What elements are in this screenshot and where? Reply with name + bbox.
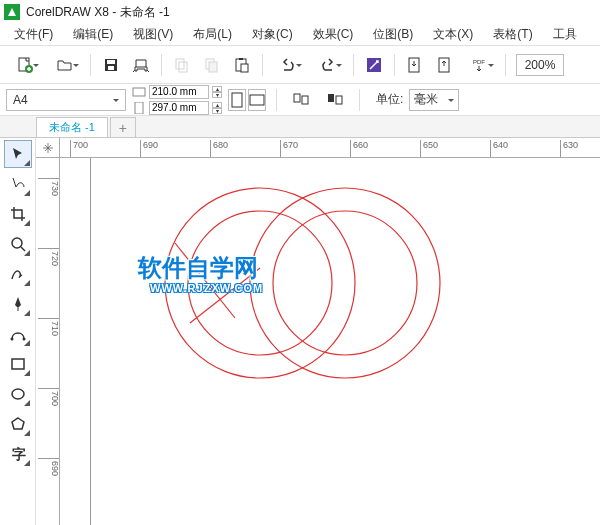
menu-bitmap[interactable]: 位图(B): [365, 24, 421, 45]
copy-button: [198, 51, 226, 79]
height-icon: [132, 102, 146, 114]
menu-object[interactable]: 对象(C): [244, 24, 301, 45]
menu-view[interactable]: 视图(V): [125, 24, 181, 45]
svg-rect-16: [133, 88, 145, 96]
new-button[interactable]: [6, 51, 44, 79]
ruler-vertical[interactable]: 730 720 710 700 690 680: [36, 158, 60, 525]
unit-select[interactable]: 毫米: [409, 89, 459, 111]
polygon-tool[interactable]: [4, 410, 32, 438]
page-dimensions: ▴▾ ▴▾: [132, 85, 222, 115]
svg-rect-21: [302, 96, 308, 104]
svg-point-28: [12, 389, 24, 399]
cut-button: [168, 51, 196, 79]
separator: [276, 89, 277, 111]
menu-file[interactable]: 文件(F): [6, 24, 61, 45]
print-button[interactable]: [127, 51, 155, 79]
paste-button[interactable]: [228, 51, 256, 79]
publish-pdf-button[interactable]: PDF: [461, 51, 499, 79]
svg-rect-4: [108, 66, 114, 70]
svg-rect-8: [209, 62, 217, 72]
separator: [353, 54, 354, 76]
freehand-tool[interactable]: [4, 260, 32, 288]
menu-text[interactable]: 文本(X): [425, 24, 481, 45]
width-spinner[interactable]: ▴▾: [212, 86, 222, 98]
current-page-button[interactable]: [321, 86, 349, 114]
shape-tool[interactable]: [4, 170, 32, 198]
zoom-level[interactable]: 200%: [516, 54, 564, 76]
watermark-url: WWW.RJZXW.COM: [150, 282, 263, 294]
work-area: 字 700 690 680 670 660 650 640 630 730 72…: [0, 138, 600, 525]
separator: [394, 54, 395, 76]
svg-rect-10: [239, 58, 243, 60]
separator: [161, 54, 162, 76]
menu-edit[interactable]: 编辑(E): [65, 24, 121, 45]
svg-point-33: [273, 211, 417, 355]
svg-text:PDF: PDF: [473, 59, 485, 65]
property-bar: A4 ▴▾ ▴▾ 单位: 毫米: [0, 84, 600, 116]
menu-effects[interactable]: 效果(C): [305, 24, 362, 45]
separator: [359, 89, 360, 111]
all-pages-button[interactable]: [287, 86, 315, 114]
pen-tool[interactable]: [4, 290, 32, 318]
menu-bar: 文件(F) 编辑(E) 视图(V) 布局(L) 对象(C) 效果(C) 位图(B…: [0, 24, 600, 46]
undo-button[interactable]: [269, 51, 307, 79]
page-size-select[interactable]: A4: [6, 89, 126, 111]
svg-point-25: [10, 338, 13, 341]
save-button[interactable]: [97, 51, 125, 79]
svg-rect-20: [294, 94, 300, 102]
svg-point-24: [12, 238, 22, 248]
menu-tools[interactable]: 工具: [545, 24, 585, 45]
ruler-horizontal[interactable]: 700 690 680 670 660 650 640 630: [60, 138, 600, 158]
separator: [505, 54, 506, 76]
tab-add[interactable]: +: [110, 117, 136, 137]
separator: [90, 54, 91, 76]
rectangle-tool[interactable]: [4, 350, 32, 378]
svg-rect-19: [250, 95, 264, 105]
search-content-button[interactable]: [360, 51, 388, 79]
toolbox: 字: [0, 138, 36, 525]
standard-toolbar: PDF 200%: [0, 46, 600, 84]
ruler-origin[interactable]: [36, 138, 60, 158]
title-bar: CorelDRAW X8 - 未命名 -1: [0, 0, 600, 24]
ellipse-tool[interactable]: [4, 380, 32, 408]
svg-point-32: [250, 188, 440, 378]
app-logo: [4, 4, 20, 20]
svg-rect-17: [135, 102, 143, 114]
pick-tool[interactable]: [4, 140, 32, 168]
crop-tool[interactable]: [4, 200, 32, 228]
unit-label: 单位:: [376, 91, 403, 108]
portrait-button[interactable]: [228, 89, 246, 111]
svg-rect-18: [232, 93, 242, 107]
page-height-input[interactable]: [149, 101, 209, 115]
svg-rect-22: [328, 94, 334, 102]
canvas[interactable]: 软件自学网 WWW.RJZXW.COM: [60, 158, 600, 525]
svg-rect-23: [336, 96, 342, 104]
zoom-tool[interactable]: [4, 230, 32, 258]
text-tool[interactable]: 字: [4, 440, 32, 468]
menu-layout[interactable]: 布局(L): [185, 24, 240, 45]
canvas-area: 700 690 680 670 660 650 640 630 730 720 …: [36, 138, 600, 525]
menu-table[interactable]: 表格(T): [485, 24, 540, 45]
window-title: CorelDRAW X8 - 未命名 -1: [26, 4, 170, 21]
tab-doc1[interactable]: 未命名 -1: [36, 117, 108, 137]
svg-rect-5: [176, 59, 184, 69]
svg-rect-27: [12, 359, 24, 369]
width-icon: [132, 86, 146, 98]
page-width-input[interactable]: [149, 85, 209, 99]
import-button[interactable]: [401, 51, 429, 79]
svg-rect-3: [107, 60, 115, 64]
orientation-group: [228, 89, 266, 111]
open-button[interactable]: [46, 51, 84, 79]
watermark-text: 软件自学网: [138, 252, 258, 284]
height-spinner[interactable]: ▴▾: [212, 102, 222, 114]
svg-rect-6: [179, 62, 187, 72]
bezier-tool[interactable]: [4, 320, 32, 348]
svg-rect-11: [241, 64, 248, 72]
landscape-button[interactable]: [248, 89, 266, 111]
redo-button[interactable]: [309, 51, 347, 79]
document-tabs: 未命名 -1 +: [0, 116, 600, 138]
export-button[interactable]: [431, 51, 459, 79]
separator: [262, 54, 263, 76]
